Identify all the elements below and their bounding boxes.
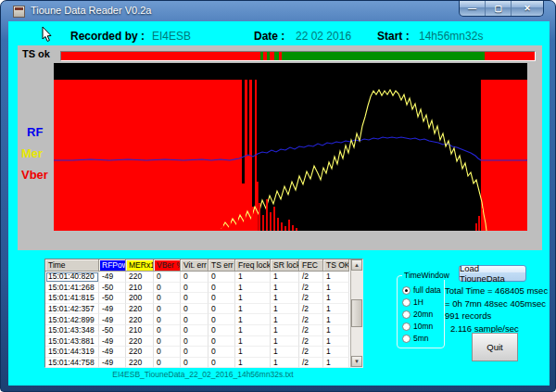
table-cell[interactable]: 0 xyxy=(208,325,235,336)
table-cell[interactable]: 0 xyxy=(181,293,208,304)
table-cell[interactable]: 15:01:42:357 xyxy=(45,304,99,315)
table-cell[interactable]: 0 xyxy=(181,336,208,348)
table-cell[interactable]: 1 xyxy=(271,293,299,304)
table-row[interactable]: 15:01:41:815-5020000011/21 xyxy=(45,293,350,304)
table-cell[interactable]: 1 xyxy=(271,304,299,315)
table-cell[interactable]: /2 xyxy=(299,283,323,294)
table-cell[interactable]: /2 xyxy=(299,293,323,304)
table-cell[interactable]: 1 xyxy=(323,347,349,358)
table-cell[interactable]: 1 xyxy=(235,347,271,358)
table-cell[interactable]: -50 xyxy=(99,325,126,336)
table-cell[interactable]: 210 xyxy=(126,325,154,336)
table-cell[interactable]: 0 xyxy=(181,358,208,369)
table-cell[interactable]: 15:01:40:820 xyxy=(45,272,99,283)
table-cell[interactable]: -49 xyxy=(99,314,126,325)
table-header-ts-ok[interactable]: TS OK xyxy=(323,259,349,272)
table-row[interactable]: 15:01:42:899-4922000011/21 xyxy=(45,314,350,325)
table-cell[interactable]: 0 xyxy=(154,272,181,283)
table-cell[interactable]: 200 xyxy=(126,293,154,304)
table-row[interactable]: 15:01:44:758-4922000011/21 xyxy=(45,358,350,369)
table-row[interactable]: 15:01:43:881-4922000011/21 xyxy=(45,336,350,348)
table-header-vber-[interactable]: VBer % xyxy=(154,259,181,272)
table-cell[interactable]: -50 xyxy=(99,293,126,304)
table-cell[interactable]: 0 xyxy=(181,304,208,315)
table-cell[interactable]: 0 xyxy=(208,336,235,348)
table-cell[interactable]: 1 xyxy=(235,358,271,369)
table-cell[interactable]: 0 xyxy=(154,314,181,325)
timewindow-option-1H[interactable]: 1H xyxy=(402,297,423,307)
table-cell[interactable]: 220 xyxy=(126,272,154,283)
radio-icon[interactable] xyxy=(402,322,411,331)
table-cell[interactable]: 0 xyxy=(181,283,208,294)
table-cell[interactable]: 1 xyxy=(235,272,271,283)
table-cell[interactable]: 0 xyxy=(208,314,235,325)
table-cell[interactable]: 1 xyxy=(323,304,349,315)
radio-icon[interactable] xyxy=(402,310,411,319)
table-cell[interactable]: 15:01:41:268 xyxy=(45,283,99,294)
table-cell[interactable]: 0 xyxy=(181,325,208,336)
close-button[interactable]: ✕ xyxy=(512,1,543,16)
table-cell[interactable]: 1 xyxy=(271,314,299,325)
table-header-merx10[interactable]: MERx10 xyxy=(126,259,154,272)
table-cell[interactable]: 1 xyxy=(271,336,299,348)
table-cell[interactable]: 0 xyxy=(181,272,208,283)
table-cell[interactable]: 0 xyxy=(208,293,235,304)
table-row[interactable]: 15:01:42:357-4922000011/21 xyxy=(45,304,350,315)
table-cell[interactable]: 210 xyxy=(126,283,154,294)
table-cell[interactable]: 0 xyxy=(154,283,181,294)
table-cell[interactable]: 1 xyxy=(235,314,271,325)
table-cell[interactable]: /2 xyxy=(299,272,323,283)
table-cell[interactable]: 1 xyxy=(323,314,349,325)
table-row[interactable]: 15:01:41:268-5021000011/21 xyxy=(45,283,350,294)
table-cell[interactable]: 1 xyxy=(323,283,349,294)
table-cell[interactable]: /2 xyxy=(299,347,323,358)
title-bar[interactable]: Tioune Data Reader V0.2a — ▢ ✕ xyxy=(1,1,555,21)
table-cell[interactable]: -49 xyxy=(99,358,126,369)
table-cell[interactable]: 0 xyxy=(208,304,235,315)
table-cell[interactable]: 220 xyxy=(126,304,154,315)
table-cell[interactable]: 0 xyxy=(208,347,235,358)
table-cell[interactable]: 1 xyxy=(323,358,349,369)
load-tiounedata-button[interactable]: Load TiouneData xyxy=(459,265,526,282)
scroll-up-icon[interactable]: ▲ xyxy=(351,259,362,271)
table-cell[interactable]: 0 xyxy=(181,347,208,358)
table-header-rfpower[interactable]: RFPower xyxy=(99,259,126,272)
table-cell[interactable]: 1 xyxy=(323,272,349,283)
table-cell[interactable]: 220 xyxy=(126,347,154,358)
timewindow-option-5mn[interactable]: 5mn xyxy=(402,334,429,343)
scrollbar-thumb[interactable] xyxy=(351,299,362,327)
table-header-vit-err[interactable]: Vit. err xyxy=(181,259,208,272)
table-cell[interactable]: 0 xyxy=(154,293,181,304)
table-cell[interactable]: /2 xyxy=(299,325,323,336)
table-cell[interactable]: -49 xyxy=(99,347,126,358)
table-cell[interactable]: /2 xyxy=(299,336,323,348)
table-cell[interactable]: 0 xyxy=(208,272,235,283)
table-header-time[interactable]: Time xyxy=(45,259,99,272)
table-cell[interactable]: 0 xyxy=(154,304,181,315)
table-cell[interactable]: /2 xyxy=(299,358,323,369)
table-cell[interactable]: -50 xyxy=(99,283,126,294)
table-cell[interactable]: 15:01:43:881 xyxy=(45,336,99,348)
table-header-freq-lock[interactable]: Freq lock xyxy=(235,259,271,272)
table-cell[interactable]: 1 xyxy=(235,304,271,315)
table-header-sr-lock[interactable]: SR lock xyxy=(271,259,299,272)
table-header-fec[interactable]: FEC xyxy=(299,259,323,272)
table-cell[interactable]: 1 xyxy=(271,347,299,358)
table-cell[interactable]: 0 xyxy=(208,283,235,294)
table-cell[interactable]: 15:01:44:758 xyxy=(45,358,99,369)
quit-button[interactable]: Quit xyxy=(472,333,518,361)
scroll-down-icon[interactable]: ▼ xyxy=(351,356,362,367)
table-cell[interactable]: 1 xyxy=(235,325,271,336)
table-cell[interactable]: 0 xyxy=(181,314,208,325)
table-cell[interactable]: -49 xyxy=(99,304,126,315)
table-cell[interactable]: 1 xyxy=(271,283,299,294)
table-cell[interactable]: 0 xyxy=(154,347,181,358)
table-row[interactable]: 15:01:40:820-4922000011/21 xyxy=(45,272,350,283)
table-cell[interactable]: 1 xyxy=(271,272,299,283)
table-cell[interactable]: 220 xyxy=(126,358,154,369)
table-cell[interactable]: 1 xyxy=(235,283,271,294)
maximize-button[interactable]: ▢ xyxy=(486,1,512,16)
table-cell[interactable]: 1 xyxy=(271,325,299,336)
table-cell[interactable]: 15:01:44:319 xyxy=(45,347,99,358)
table-cell[interactable]: -49 xyxy=(99,336,126,348)
